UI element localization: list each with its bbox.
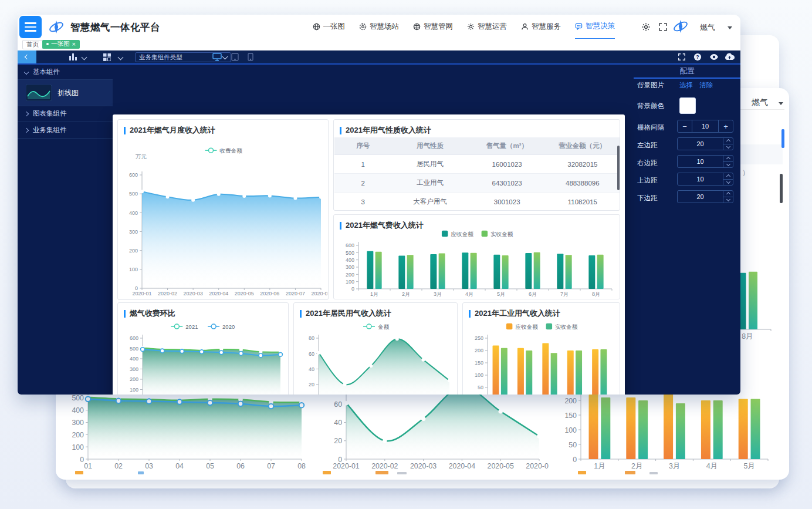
spin-down-button[interactable] bbox=[723, 144, 733, 150]
spin-up-button[interactable] bbox=[723, 191, 733, 197]
svg-text:04: 04 bbox=[175, 462, 184, 470]
spin-up-button[interactable] bbox=[723, 173, 733, 179]
nav-item-service[interactable]: 智慧服务 bbox=[521, 15, 561, 39]
margin-left-value[interactable]: 20 bbox=[678, 140, 723, 147]
cloud-upload-icon[interactable] bbox=[725, 53, 735, 60]
bg-window-user-label[interactable]: 燃气 bbox=[752, 97, 768, 108]
industry-chart: 0501001502002501月2月3月4月5月应收金额实收金额 bbox=[465, 317, 618, 395]
svg-text:7月: 7月 bbox=[560, 291, 569, 297]
margin-top-value[interactable]: 10 bbox=[678, 176, 723, 183]
svg-text:400: 400 bbox=[346, 257, 354, 263]
svg-text:200: 200 bbox=[346, 272, 354, 278]
svg-text:2020-01: 2020-01 bbox=[132, 291, 151, 296]
nav-item-operation[interactable]: 智慧运营 bbox=[467, 15, 507, 39]
nav-item-station[interactable]: 智慧场站 bbox=[359, 15, 399, 39]
chevron-down-icon bbox=[728, 26, 732, 29]
grid-gap-value[interactable]: 10 bbox=[692, 123, 718, 130]
eye-icon[interactable] bbox=[709, 53, 719, 60]
legend-fragment bbox=[578, 471, 586, 474]
fullscreen-icon[interactable] bbox=[658, 22, 668, 32]
scrollbar-segment[interactable] bbox=[781, 129, 784, 148]
sidebar-group-chartset[interactable]: 图表集组件 bbox=[18, 106, 113, 122]
margin-top-input: 10 bbox=[677, 173, 733, 186]
svg-text:2021: 2021 bbox=[185, 323, 198, 330]
nav-item-pipeline[interactable]: 智慧管网 bbox=[413, 15, 453, 39]
app-header: 智慧燃气一体化平台 一张图 智慧场站 智慧管网 智慧运营 智慧服务 bbox=[18, 15, 740, 39]
help-icon[interactable]: ? bbox=[693, 53, 702, 61]
legend-fragment bbox=[75, 471, 83, 474]
config-panel-title: 配置 bbox=[634, 66, 740, 78]
user-menu[interactable]: 燃气 bbox=[700, 22, 715, 33]
spin-up-button[interactable] bbox=[723, 156, 733, 161]
user-icon bbox=[521, 23, 529, 31]
spin-down-button[interactable] bbox=[723, 161, 733, 168]
page-title: 智慧燃气一体化平台 bbox=[70, 21, 160, 34]
bg-color-swatch[interactable] bbox=[679, 97, 696, 114]
margin-right-value[interactable]: 10 bbox=[678, 158, 723, 165]
svg-text:收费金额: 收费金额 bbox=[219, 147, 242, 154]
nav-item-map[interactable]: 一张图 bbox=[313, 15, 346, 39]
svg-text:?: ? bbox=[696, 54, 699, 60]
bar-chart-icon[interactable] bbox=[69, 53, 77, 60]
chevron-down-icon bbox=[779, 102, 783, 105]
tag-bar: 首页 一张图 × bbox=[18, 39, 740, 51]
nav-label: 智慧管网 bbox=[424, 22, 453, 32]
toolbar: 业务集组件类型 ? bbox=[18, 50, 740, 63]
svg-text:2020-03: 2020-03 bbox=[184, 291, 203, 296]
svg-text:500: 500 bbox=[72, 394, 84, 402]
svg-text:实收金额: 实收金额 bbox=[490, 231, 513, 237]
tab-active[interactable]: 一张图 × bbox=[42, 40, 80, 49]
main-nav: 一张图 智慧场站 智慧管网 智慧运营 智慧服务 智慧决策 bbox=[313, 15, 615, 39]
monitor-icon[interactable] bbox=[212, 53, 222, 61]
table-scrollbar[interactable] bbox=[617, 146, 620, 190]
svg-text:3月: 3月 bbox=[669, 462, 680, 470]
config-title-underline bbox=[634, 77, 740, 79]
svg-text:300: 300 bbox=[346, 264, 354, 270]
svg-text:03: 03 bbox=[145, 462, 153, 470]
spin-down-button[interactable] bbox=[723, 197, 733, 203]
tab-home[interactable]: 首页 bbox=[22, 40, 43, 49]
plus-button[interactable]: + bbox=[718, 120, 733, 132]
spin-up-button[interactable] bbox=[723, 138, 733, 144]
nav-item-decision[interactable]: 智慧决策 bbox=[575, 15, 615, 39]
widgets-grid-icon[interactable] bbox=[103, 53, 111, 61]
chevron-down-icon[interactable] bbox=[118, 55, 124, 60]
clear-link[interactable]: 清除 bbox=[699, 81, 713, 90]
margin-bottom-value[interactable]: 20 bbox=[678, 193, 723, 200]
svg-text:100: 100 bbox=[72, 443, 84, 451]
expand-icon[interactable] bbox=[678, 53, 686, 61]
sidebar-group-basic[interactable]: 基本组件 bbox=[18, 65, 113, 80]
settings-gear-icon[interactable] bbox=[641, 22, 651, 32]
close-icon[interactable]: × bbox=[72, 41, 76, 48]
svg-text:0: 0 bbox=[573, 456, 577, 464]
chevron-down-icon[interactable] bbox=[82, 55, 87, 60]
svg-text:2020-02: 2020-02 bbox=[371, 462, 398, 470]
svg-text:2020-03: 2020-03 bbox=[410, 462, 437, 470]
card-monthly-income: 2021年燃气月度收入统计 01002003004005006002020-01… bbox=[117, 119, 329, 300]
svg-text:2020-07: 2020-07 bbox=[286, 291, 305, 296]
collapse-sidebar-button[interactable] bbox=[18, 50, 36, 63]
svg-text:500: 500 bbox=[346, 250, 354, 256]
svg-text:100: 100 bbox=[129, 267, 138, 272]
editor-canvas: 基本组件 折线图 图表集组件 业务集组件 2021年燃气月度收入统计 01002 bbox=[18, 63, 740, 395]
phone-icon[interactable] bbox=[248, 53, 253, 61]
dashboard-preview-modal: 2021年燃气月度收入统计 01002003004005006002020-01… bbox=[113, 114, 625, 395]
margin-right-label: 右边距 bbox=[637, 159, 658, 167]
select-value: 业务集组件类型 bbox=[139, 53, 182, 62]
tablet-icon[interactable] bbox=[231, 53, 239, 61]
svg-text:200: 200 bbox=[475, 348, 483, 353]
spin-down-button[interactable] bbox=[723, 179, 733, 186]
svg-text:01: 01 bbox=[84, 462, 92, 470]
svg-text:5月: 5月 bbox=[497, 291, 505, 297]
hamburger-menu-button[interactable] bbox=[19, 16, 42, 38]
col-header: 营业金额（元） bbox=[546, 137, 620, 155]
title-accent bbox=[300, 310, 302, 318]
sidebar-group-bizset[interactable]: 业务集组件 bbox=[18, 122, 113, 139]
minus-button[interactable]: − bbox=[678, 120, 692, 132]
svg-text:100: 100 bbox=[130, 387, 138, 393]
svg-text:4月: 4月 bbox=[465, 291, 473, 297]
sidebar-item-line-chart[interactable]: 折线图 bbox=[18, 80, 113, 106]
table-row-fragment bbox=[740, 144, 783, 164]
svg-text:07: 07 bbox=[267, 462, 275, 470]
choose-link[interactable]: 选择 bbox=[679, 81, 693, 90]
